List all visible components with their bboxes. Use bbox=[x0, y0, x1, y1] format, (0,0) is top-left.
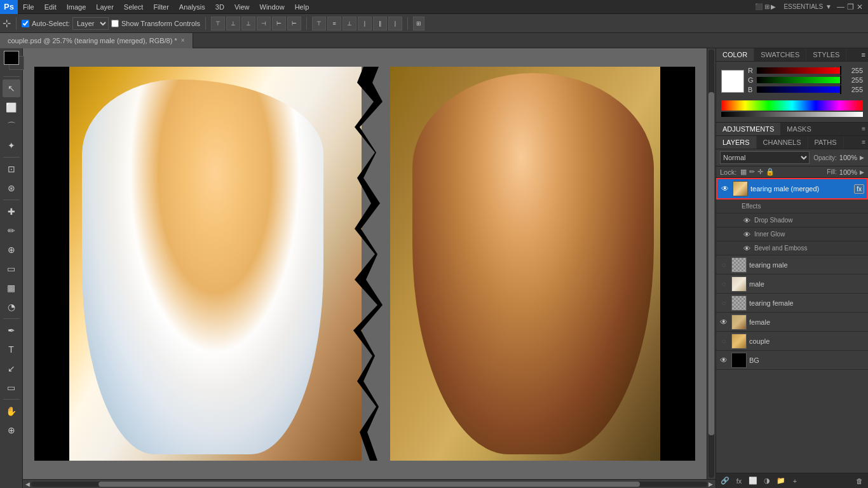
layer-female[interactable]: 👁 female bbox=[716, 313, 868, 332]
new-adjustment-layer-button[interactable]: ◑ bbox=[761, 475, 773, 487]
horizontal-scroll-thumb[interactable] bbox=[98, 482, 639, 487]
lock-position-icon[interactable]: ✛ bbox=[757, 168, 763, 176]
vertical-scrollbar[interactable] bbox=[707, 48, 715, 479]
layer-vis-tearing-female[interactable]: ○ bbox=[719, 298, 729, 308]
document-tab[interactable]: couple.psd @ 25.7% (tearing male (merged… bbox=[0, 33, 193, 48]
scroll-right-arrow-icon[interactable]: ▶ bbox=[707, 481, 714, 487]
color-grayscale-bar[interactable] bbox=[721, 112, 863, 117]
adjustments-panel-menu-icon[interactable]: ≡ bbox=[859, 123, 868, 135]
close-button[interactable]: ✕ bbox=[857, 3, 863, 11]
lock-transparency-icon[interactable]: ▦ bbox=[740, 168, 747, 176]
auto-select-dropdown[interactable]: Layer Group bbox=[72, 17, 109, 30]
dist-vcenter-icon[interactable]: ≡ bbox=[327, 17, 341, 30]
layer-tearing-male-merged[interactable]: 👁 tearing male (merged) fx bbox=[716, 178, 868, 200]
menu-layer[interactable]: Layer bbox=[91, 0, 119, 14]
new-group-button[interactable]: 📁 bbox=[775, 475, 787, 487]
fill-arrow-icon[interactable]: ▶ bbox=[860, 169, 864, 175]
color-panel-menu-icon[interactable]: ≡ bbox=[859, 48, 868, 61]
layer-tearing-male[interactable]: ○ tearing male bbox=[716, 255, 868, 274]
shape-tool-button[interactable]: ▭ bbox=[3, 379, 20, 396]
new-layer-button[interactable]: + bbox=[789, 475, 801, 487]
hand-tool-button[interactable]: ✋ bbox=[3, 402, 20, 420]
g-channel-slider[interactable] bbox=[840, 76, 841, 85]
effect-vis-drop-shadow[interactable]: 👁 bbox=[742, 215, 752, 226]
layer-male[interactable]: ○ male bbox=[716, 274, 868, 294]
show-transform-checkbox[interactable] bbox=[111, 20, 119, 27]
tab-styles[interactable]: STYLES bbox=[806, 48, 846, 61]
layer-vis-tearing-male[interactable]: ○ bbox=[719, 260, 729, 270]
tab-layers[interactable]: LAYERS bbox=[716, 136, 757, 149]
menu-file[interactable]: File bbox=[18, 0, 39, 14]
vertical-scroll-thumb[interactable] bbox=[709, 92, 714, 435]
layer-effect-bevel-emboss[interactable]: 👁 Bevel and Emboss bbox=[716, 241, 868, 255]
layer-effect-inner-glow[interactable]: 👁 Inner Glow bbox=[716, 227, 868, 241]
canvas-area[interactable] bbox=[23, 48, 707, 479]
lock-all-icon[interactable]: 🔒 bbox=[766, 168, 775, 176]
crop-tool-button[interactable]: ⊡ bbox=[3, 160, 20, 178]
color-spectrum-bar[interactable] bbox=[721, 100, 863, 111]
menu-3d[interactable]: 3D bbox=[210, 0, 229, 14]
tab-color[interactable]: COLOR bbox=[716, 48, 754, 61]
move-tool-icon[interactable]: ⊹ bbox=[3, 17, 11, 29]
align-vcenter-icon[interactable]: ⊥ bbox=[226, 17, 240, 30]
dist-left-icon[interactable]: | bbox=[358, 17, 372, 30]
menu-select[interactable]: Select bbox=[119, 0, 149, 14]
layer-fx-badge[interactable]: fx bbox=[854, 184, 864, 194]
r-channel-slider[interactable] bbox=[840, 66, 841, 75]
tab-swatches[interactable]: SWATCHES bbox=[754, 48, 806, 61]
layer-tearing-female[interactable]: ○ tearing female bbox=[716, 294, 868, 313]
restore-button[interactable]: ❐ bbox=[847, 3, 854, 11]
scroll-left-arrow-icon[interactable]: ◀ bbox=[24, 481, 31, 487]
align-hcenter-icon[interactable]: ⊢ bbox=[272, 17, 286, 30]
dist-right-icon[interactable]: | bbox=[388, 17, 402, 30]
gradient-tool-button[interactable]: ▦ bbox=[3, 279, 20, 297]
dist-hcenter-icon[interactable]: ‖ bbox=[373, 17, 387, 30]
dodge-tool-button[interactable]: ◔ bbox=[3, 298, 20, 316]
tab-close-button[interactable]: × bbox=[181, 37, 185, 44]
effect-vis-bevel-emboss[interactable]: 👁 bbox=[742, 243, 752, 254]
menu-edit[interactable]: Edit bbox=[39, 0, 62, 14]
add-mask-button[interactable]: ⬜ bbox=[747, 475, 759, 487]
clone-stamp-tool-button[interactable]: ⊕ bbox=[3, 241, 20, 259]
marquee-tool-button[interactable]: ⬜ bbox=[3, 98, 20, 116]
tab-adjustments[interactable]: ADJUSTMENTS bbox=[716, 123, 780, 135]
align-right-icon[interactable]: ⊢ bbox=[287, 17, 301, 30]
layer-vis-bg[interactable]: 👁 bbox=[719, 355, 729, 365]
effect-vis-inner-glow[interactable]: 👁 bbox=[742, 229, 752, 240]
layers-panel-menu-icon[interactable]: ≡ bbox=[859, 136, 868, 149]
layer-vis-male[interactable]: ○ bbox=[719, 279, 729, 289]
dist-top-icon[interactable]: ⊤ bbox=[312, 17, 326, 30]
menu-image[interactable]: Image bbox=[62, 0, 92, 14]
auto-select-checkbox[interactable] bbox=[22, 20, 29, 27]
lasso-tool-button[interactable]: ⌒ bbox=[3, 118, 20, 135]
menu-window[interactable]: Window bbox=[255, 0, 290, 14]
color-swatch[interactable] bbox=[721, 70, 744, 93]
type-tool-button[interactable]: T bbox=[3, 341, 20, 358]
layer-vis-tearing-male-merged[interactable]: 👁 bbox=[720, 184, 730, 194]
b-channel-slider[interactable] bbox=[840, 85, 841, 94]
pen-tool-button[interactable]: ✒ bbox=[3, 322, 20, 339]
tab-channels[interactable]: CHANNELS bbox=[757, 136, 808, 149]
add-layer-style-button[interactable]: fx bbox=[733, 475, 745, 487]
link-layers-button[interactable]: 🔗 bbox=[719, 475, 731, 487]
eyedropper-tool-button[interactable]: ⊛ bbox=[3, 179, 20, 197]
opacity-arrow-icon[interactable]: ▶ bbox=[860, 154, 864, 161]
healing-brush-tool-button[interactable]: ✚ bbox=[3, 203, 20, 220]
tab-masks[interactable]: MASKS bbox=[780, 123, 818, 135]
blend-mode-select[interactable]: Normal Multiply Screen Overlay bbox=[720, 151, 810, 164]
layer-couple[interactable]: ○ couple bbox=[716, 332, 868, 351]
dist-bottom-icon[interactable]: ⊥ bbox=[342, 17, 356, 30]
horizontal-scrollbar[interactable]: ◀ ▶ bbox=[23, 479, 715, 488]
magic-wand-tool-button[interactable]: ✦ bbox=[3, 137, 20, 154]
align-top-icon[interactable]: ⊤ bbox=[211, 17, 225, 30]
lock-pixels-icon[interactable]: ✏ bbox=[749, 168, 755, 176]
minimize-button[interactable]: — bbox=[837, 3, 844, 11]
layer-bg[interactable]: 👁 BG bbox=[716, 351, 868, 370]
brush-tool-button[interactable]: ✏ bbox=[3, 222, 20, 240]
zoom-tool-button[interactable]: ⊕ bbox=[3, 421, 20, 439]
layer-vis-female[interactable]: 👁 bbox=[719, 317, 729, 327]
menu-view[interactable]: View bbox=[229, 0, 255, 14]
align-left-icon[interactable]: ⊣ bbox=[257, 17, 271, 30]
eraser-tool-button[interactable]: ▭ bbox=[3, 260, 20, 278]
tab-paths[interactable]: PATHS bbox=[808, 136, 844, 149]
